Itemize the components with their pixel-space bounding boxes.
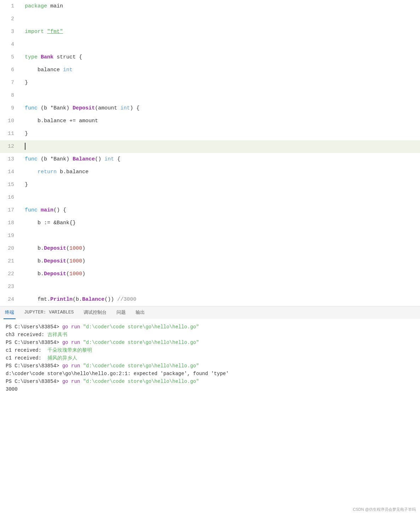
line-number: 22 [0,268,21,281]
terminal-line: PS C:\Users\83854> go run "d:\coder\code… [6,378,414,385]
watermark-text: CSDN @仿生程序员会梦见电子羊吗 [353,507,416,512]
code-line: 6 balance int [0,64,420,77]
line-number: 7 [0,77,21,89]
line-number: 13 [0,153,21,166]
line-content: package main [21,0,420,13]
line-content: } [21,179,420,191]
terminal-line: c1 received: 捕风的异乡人 [6,354,414,362]
terminal-tab[interactable]: 输出 [134,306,146,319]
line-number: 21 [0,255,21,268]
line-content: fmt.Println(b.Balance()) //3000 [21,293,420,306]
terminal-line: d:\coder\code store\go\hello\hello.go:2:… [6,370,414,378]
code-line: 3import "fmt" [0,26,420,38]
terminal-tab[interactable]: 问题 [115,306,127,319]
line-number: 12 [0,140,21,153]
line-number: 19 [0,230,21,242]
terminal-line: ch3 received: 吉祥具书 [6,331,414,339]
code-line: 15} [0,179,420,191]
code-line: 9func (b *Bank) Deposit(amount int) { [0,102,420,115]
line-number: 8 [0,89,21,102]
code-line: 21 b.Deposit(1000) [0,255,420,268]
line-content [21,38,420,51]
line-number: 18 [0,217,21,230]
line-content: } [21,128,420,140]
terminal-tab[interactable]: JUPYTER: VARIABLES [23,307,75,318]
terminal-line: PS C:\Users\83854> go run "d:\coder\code… [6,362,414,370]
line-content: func main() { [21,204,420,217]
code-line: 4 [0,38,420,51]
line-number: 23 [0,281,21,293]
code-editor: 1package main23import "fmt"45type Bank s… [0,0,420,306]
line-number: 4 [0,38,21,51]
code-line: 23 [0,281,420,293]
code-line: 7} [0,77,420,89]
line-number: 10 [0,115,21,128]
code-line: 1package main [0,0,420,13]
code-line: 20 b.Deposit(1000) [0,242,420,255]
line-content: func (b *Bank) Deposit(amount int) { [21,102,420,115]
terminal-line: c1 received: 千朵玫瑰带来的黎明 [6,346,414,354]
terminal-line: 3000 [6,385,414,393]
line-number: 9 [0,102,21,115]
code-line: 10 b.balance += amount [0,115,420,128]
terminal-line: PS C:\Users\83854> go run "d:\coder\code… [6,323,414,331]
code-line: 13func (b *Bank) Balance() int { [0,153,420,166]
terminal-tab-bar: 终端JUPYTER: VARIABLES调试控制台问题输出 [0,306,420,319]
line-number: 24 [0,293,21,306]
line-number: 11 [0,128,21,140]
line-content [21,13,420,26]
line-content [21,140,420,153]
terminal-tab[interactable]: 调试控制台 [82,306,108,319]
code-line: 22 b.Deposit(1000) [0,268,420,281]
line-number: 15 [0,179,21,191]
code-line: 11} [0,128,420,140]
line-number: 2 [0,13,21,26]
line-number: 6 [0,64,21,77]
line-number: 3 [0,26,21,38]
line-content: b.Deposit(1000) [21,268,420,281]
terminal-output: PS C:\Users\83854> go run "d:\coder\code… [0,319,420,468]
code-line: 8 [0,89,420,102]
terminal-line: PS C:\Users\83854> go run "d:\coder\code… [6,339,414,346]
line-content: b := &Bank{} [21,217,420,230]
line-content: } [21,77,420,89]
line-content: return b.balance [21,166,420,179]
line-number: 16 [0,191,21,204]
code-line: 2 [0,13,420,26]
line-content: balance int [21,64,420,77]
line-content: b.balance += amount [21,115,420,128]
terminal-tab[interactable]: 终端 [4,306,16,319]
line-number: 5 [0,51,21,64]
line-content: b.Deposit(1000) [21,255,420,268]
line-content: type Bank struct { [21,51,420,64]
code-line: 24 fmt.Println(b.Balance()) //3000 [0,293,420,306]
line-number: 20 [0,242,21,255]
code-line: 12 [0,140,420,153]
line-content [21,230,420,242]
code-line: 16 [0,191,420,204]
line-content [21,89,420,102]
code-line: 5type Bank struct { [0,51,420,64]
code-line: 14 return b.balance [0,166,420,179]
code-line: 19 [0,230,420,242]
line-number: 17 [0,204,21,217]
line-number: 1 [0,0,21,13]
line-content: import "fmt" [21,26,420,38]
line-content: b.Deposit(1000) [21,242,420,255]
line-content [21,281,420,293]
line-number: 14 [0,166,21,179]
code-line: 17func main() { [0,204,420,217]
line-content [21,191,420,204]
code-line: 18 b := &Bank{} [0,217,420,230]
line-content: func (b *Bank) Balance() int { [21,153,420,166]
